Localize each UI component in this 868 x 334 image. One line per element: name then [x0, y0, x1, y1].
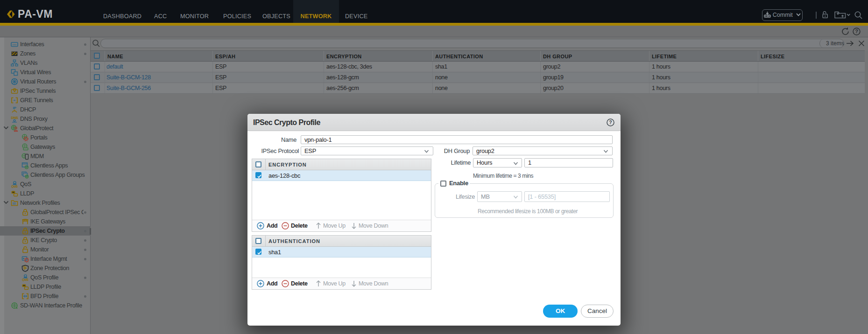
- svg-text:?: ?: [855, 28, 858, 34]
- svg-text:?: ?: [609, 119, 612, 125]
